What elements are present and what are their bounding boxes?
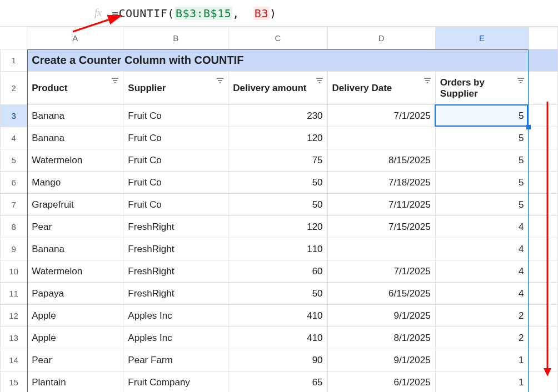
cell-A14[interactable]: Pear bbox=[27, 349, 123, 371]
cell-C6[interactable]: 50 bbox=[228, 172, 327, 194]
cell-B3[interactable]: Fruit Co bbox=[123, 105, 228, 127]
cell-E6[interactable]: 5 bbox=[435, 172, 529, 194]
cell-B11[interactable]: FreshRight bbox=[123, 283, 228, 305]
row-head-7[interactable]: 7 bbox=[1, 194, 27, 216]
cell-A9[interactable]: Banana bbox=[27, 238, 123, 260]
cell-A6[interactable]: Mango bbox=[27, 172, 123, 194]
filter-icon[interactable] bbox=[516, 76, 525, 85]
cell-C3[interactable]: 230 bbox=[228, 105, 327, 127]
header-orders[interactable]: Orders by Supplier bbox=[435, 72, 529, 105]
cell-B5[interactable]: Fruit Co bbox=[123, 149, 228, 172]
col-head-blank[interactable] bbox=[529, 27, 558, 49]
col-head-C[interactable]: C bbox=[228, 27, 327, 49]
row-head-4[interactable]: 4 bbox=[1, 127, 27, 149]
cell-B10[interactable]: FreshRight bbox=[123, 260, 228, 283]
row-head-10[interactable]: 10 bbox=[1, 260, 27, 283]
cell-E4[interactable]: 5 bbox=[435, 127, 529, 149]
cell-D15[interactable]: 6/1/2025 bbox=[327, 371, 435, 393]
cell-A4[interactable]: Banana bbox=[27, 127, 123, 149]
cell-B7[interactable]: Fruit Co bbox=[123, 194, 228, 216]
cell-D5[interactable]: 8/15/2025 bbox=[327, 149, 435, 172]
cell-E14[interactable]: 1 bbox=[435, 349, 529, 371]
cell-E10[interactable]: 4 bbox=[435, 260, 529, 283]
cell-F15[interactable] bbox=[529, 371, 558, 393]
row-head-3[interactable]: 3 bbox=[1, 105, 27, 127]
cell-F14[interactable] bbox=[529, 349, 558, 371]
filter-icon[interactable] bbox=[111, 76, 119, 85]
row-head-11[interactable]: 11 bbox=[1, 283, 27, 305]
cell-D13[interactable]: 8/1/2025 bbox=[327, 327, 435, 349]
cell-B8[interactable]: FreshRight bbox=[123, 216, 228, 238]
row-head-12[interactable]: 12 bbox=[1, 305, 27, 327]
filter-icon[interactable] bbox=[423, 76, 432, 85]
cell-A7[interactable]: Grapefruit bbox=[27, 194, 123, 216]
filter-icon[interactable] bbox=[315, 76, 324, 85]
cell-A11[interactable]: Papaya bbox=[27, 283, 123, 305]
row-head-2[interactable]: 2 bbox=[1, 72, 27, 105]
col-head-A[interactable]: A bbox=[27, 27, 123, 49]
cell-C8[interactable]: 120 bbox=[228, 216, 327, 238]
cell-B14[interactable]: Pear Farm bbox=[123, 349, 228, 371]
cell-C14[interactable]: 90 bbox=[228, 349, 327, 371]
cell-F12[interactable] bbox=[529, 305, 558, 327]
cell-D3[interactable]: 7/1/2025 bbox=[327, 105, 435, 127]
cell-F2[interactable] bbox=[529, 72, 558, 105]
cell-F8[interactable] bbox=[529, 216, 558, 238]
cell-B6[interactable]: Fruit Co bbox=[123, 172, 228, 194]
cell-E12[interactable]: 2 bbox=[435, 305, 529, 327]
cell-D12[interactable]: 9/1/2025 bbox=[327, 305, 435, 327]
cell-D11[interactable]: 6/15/2025 bbox=[327, 283, 435, 305]
header-amount[interactable]: Delivery amount bbox=[228, 72, 327, 105]
cell-B13[interactable]: Apples Inc bbox=[123, 327, 228, 349]
row-head-13[interactable]: 13 bbox=[1, 327, 27, 349]
spreadsheet-grid[interactable]: A B C D E 1 Create a Counter Column with… bbox=[0, 27, 558, 392]
cell-D6[interactable]: 7/18/2025 bbox=[327, 172, 435, 194]
cell-F3[interactable] bbox=[529, 105, 558, 127]
cell-E15[interactable]: 1 bbox=[435, 371, 529, 393]
cell-A15[interactable]: Plantain bbox=[27, 371, 123, 393]
title-cell[interactable]: Create a Counter Column with COUNTIF bbox=[27, 49, 529, 72]
cell-A3[interactable]: Banana bbox=[27, 105, 123, 127]
cell-B4[interactable]: Fruit Co bbox=[123, 127, 228, 149]
cell-E5[interactable]: 5 bbox=[435, 149, 529, 172]
row-head-1[interactable]: 1 bbox=[1, 49, 27, 72]
cell-F9[interactable] bbox=[529, 238, 558, 260]
cell-C9[interactable]: 110 bbox=[228, 238, 327, 260]
cell-A5[interactable]: Watermelon bbox=[27, 149, 123, 172]
cell-D8[interactable]: 7/15/2025 bbox=[327, 216, 435, 238]
header-product[interactable]: Product bbox=[27, 72, 123, 105]
cell-F10[interactable] bbox=[529, 260, 558, 283]
header-date[interactable]: Delivery Date bbox=[327, 72, 435, 105]
cell-E11[interactable]: 4 bbox=[435, 283, 529, 305]
cell-C4[interactable]: 120 bbox=[228, 127, 327, 149]
header-supplier[interactable]: Supplier bbox=[123, 72, 228, 105]
cell-F1[interactable] bbox=[529, 49, 558, 72]
cell-D7[interactable]: 7/11/2025 bbox=[327, 194, 435, 216]
select-all-corner[interactable] bbox=[1, 27, 27, 49]
cell-C12[interactable]: 410 bbox=[228, 305, 327, 327]
cell-D9[interactable] bbox=[327, 238, 435, 260]
cell-D14[interactable]: 9/1/2025 bbox=[327, 349, 435, 371]
cell-B9[interactable]: FreshRight bbox=[123, 238, 228, 260]
cell-D10[interactable]: 7/1/2025 bbox=[327, 260, 435, 283]
cell-F6[interactable] bbox=[529, 172, 558, 194]
cell-F7[interactable] bbox=[529, 194, 558, 216]
formula-input[interactable]: =COUNTIF(B$3:B$15, B3) bbox=[112, 7, 277, 20]
row-head-5[interactable]: 5 bbox=[1, 149, 27, 172]
cell-F13[interactable] bbox=[529, 327, 558, 349]
cell-C10[interactable]: 60 bbox=[228, 260, 327, 283]
filter-icon[interactable] bbox=[216, 76, 225, 85]
row-head-14[interactable]: 14 bbox=[1, 349, 27, 371]
cell-E3[interactable]: 5 bbox=[435, 105, 529, 127]
cell-A8[interactable]: Pear bbox=[27, 216, 123, 238]
cell-B15[interactable]: Fruit Company bbox=[123, 371, 228, 393]
cell-C5[interactable]: 75 bbox=[228, 149, 327, 172]
cell-F5[interactable] bbox=[529, 149, 558, 172]
cell-F11[interactable] bbox=[529, 283, 558, 305]
cell-C7[interactable]: 50 bbox=[228, 194, 327, 216]
row-head-8[interactable]: 8 bbox=[1, 216, 27, 238]
cell-B12[interactable]: Apples Inc bbox=[123, 305, 228, 327]
cell-A13[interactable]: Apple bbox=[27, 327, 123, 349]
cell-F4[interactable] bbox=[529, 127, 558, 149]
cell-C13[interactable]: 410 bbox=[228, 327, 327, 349]
